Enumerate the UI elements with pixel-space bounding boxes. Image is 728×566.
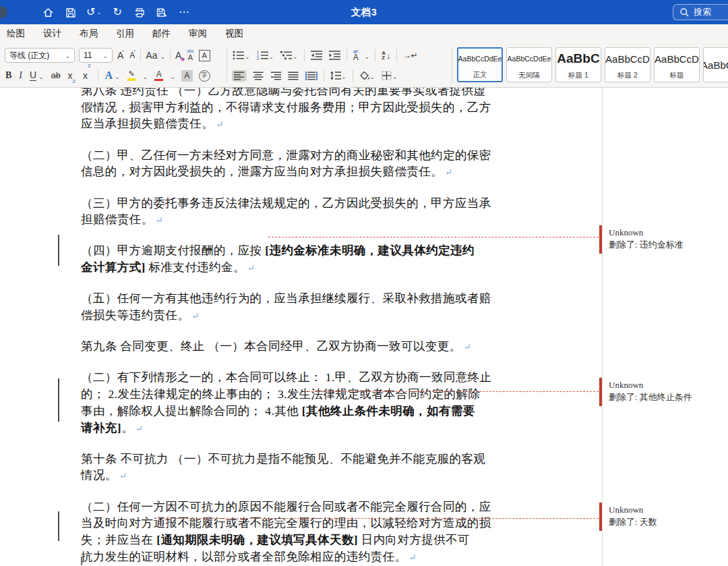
style-card[interactable]: AaBbC标题 1 xyxy=(555,47,601,82)
text-effects-button[interactable]: A xyxy=(104,68,121,83)
paragraph[interactable]: 第十条 不可抗力 （一）不可抗力是指不能预见、不能避免并不能克服的客观情况。↵ xyxy=(81,451,553,485)
decrease-indent-button[interactable] xyxy=(310,48,323,63)
bold-text-run: [其他终止条件未明确，如有需要 xyxy=(302,404,475,418)
revision-entry[interactable]: Unknown删除了: 天数 xyxy=(609,504,727,528)
show-marks-button[interactable]: →↵ xyxy=(402,48,417,63)
paragraph[interactable]: 第八条 违约责任 （一）乙方故意隐瞒与委托合同有关的重要事实或者提供虚假情况，损… xyxy=(81,88,553,134)
numbering-button[interactable]: 123 xyxy=(256,48,275,63)
paragraph-mark-icon: ↵ xyxy=(119,471,127,481)
separator xyxy=(324,69,324,82)
font-size-select[interactable]: 11 xyxy=(79,48,113,63)
multilevel-list-button[interactable] xyxy=(280,48,299,63)
ribbon-tab[interactable]: 设计 xyxy=(43,28,61,40)
ribbon-tab[interactable]: 布局 xyxy=(80,28,98,40)
revision-entry[interactable]: Unknown删除了: 其他终止条件 xyxy=(609,379,727,403)
style-card[interactable]: AaBbCcD标题 xyxy=(654,47,700,82)
clear-formatting-button[interactable]: A◆ xyxy=(175,48,182,63)
chevron-down-icon xyxy=(38,70,44,81)
shading-button[interactable] xyxy=(359,68,376,83)
redo-icon: ↻ xyxy=(113,7,121,18)
justify-button[interactable] xyxy=(287,68,299,83)
style-card-sample: AaBbCcDdEe xyxy=(458,49,502,69)
home-button[interactable] xyxy=(42,5,54,20)
print-button[interactable] xyxy=(133,5,146,20)
font-color-button[interactable]: A xyxy=(154,68,164,83)
undo-icon: ↺ xyxy=(86,7,95,18)
style-card-label: 无间隔 xyxy=(507,69,551,82)
revision-bar xyxy=(599,378,602,406)
ribbon-tab[interactable]: 审阅 xyxy=(189,28,207,40)
character-shading-icon: A xyxy=(184,71,189,80)
change-case-button[interactable]: Aa xyxy=(145,48,166,63)
save-button[interactable] xyxy=(64,5,76,20)
align-left-button[interactable] xyxy=(232,70,247,82)
character-shading-button[interactable]: A xyxy=(181,70,193,82)
decrease-indent-icon xyxy=(311,51,322,60)
align-right-button[interactable] xyxy=(270,68,282,83)
font-color-swatch xyxy=(154,79,163,82)
chevron-down-icon xyxy=(245,50,250,61)
bold-text-run: [通知期限未明确，建议填写具体天数] xyxy=(156,533,358,546)
window-control-button[interactable] xyxy=(0,6,7,18)
paragraph[interactable]: （二）任何一方因不可抗力的原因不能履行合同或者不能完全履行合同的，应当及时向对方… xyxy=(81,499,553,566)
character-border-button[interactable]: A xyxy=(199,50,210,61)
highlight-button[interactable]: ✎ xyxy=(127,68,137,83)
style-card[interactable]: AaBbCcD标题 2 xyxy=(605,47,650,82)
increase-indent-icon xyxy=(329,51,340,60)
bold-button[interactable]: B xyxy=(5,68,12,83)
change-bar xyxy=(58,511,59,541)
strikethrough-icon: ab xyxy=(51,71,61,80)
more-commands-button[interactable]: ⋯ xyxy=(178,5,190,20)
asian-layout-button[interactable]: ⇄ A xyxy=(353,48,359,63)
bullets-button[interactable] xyxy=(232,48,251,63)
undo-button[interactable]: ↺ ⌄ xyxy=(86,5,101,20)
revision-entry[interactable]: Unknown删除了: 违约金标准 xyxy=(609,227,727,251)
strikethrough-button[interactable]: ab xyxy=(51,68,61,83)
increase-indent-button[interactable] xyxy=(328,48,341,63)
style-card-sample: AaBbCcDdEe xyxy=(507,48,551,69)
borders-icon xyxy=(382,71,392,80)
font-name-select[interactable]: 等线 (正文) xyxy=(5,48,75,63)
enclose-characters-button[interactable]: 字 xyxy=(199,70,210,82)
save-as-button[interactable] xyxy=(156,5,168,20)
italic-button[interactable]: I xyxy=(18,68,23,83)
ribbon-tab[interactable]: 视图 xyxy=(225,28,243,40)
text-run: 假情况，损害甲方利益的，不得请求支付服务费用；甲方因此受损失的，乙方 xyxy=(81,101,491,114)
print-icon xyxy=(133,7,146,18)
superscript-button[interactable]: x2 xyxy=(82,68,91,83)
paragraph[interactable]: （四）甲方逾期支付报酬的，应按 [违约金标准未明确，建议具体约定违约金计算方式]… xyxy=(81,242,553,277)
paragraph[interactable]: （二）甲、乙任何一方未经对方同意，泄露对方的商业秘密和其他约定的保密信息的，对方… xyxy=(81,147,553,181)
document-text[interactable]: 第八条 违约责任 （一）乙方故意隐瞒与委托合同有关的重要事实或者提供虚假情况，损… xyxy=(81,88,553,566)
document-page[interactable]: 第八条 违约责任 （一）乙方故意隐瞒与委托合同有关的重要事实或者提供虚假情况，损… xyxy=(0,88,728,566)
borders-button[interactable] xyxy=(381,68,398,83)
paragraph[interactable]: （二）有下列情形之一的，本合同可以终止： 1.甲、乙双方协商一致同意终止的； 2… xyxy=(81,369,553,437)
bold-icon: B xyxy=(5,70,11,81)
change-bar xyxy=(58,235,59,266)
revision-bar xyxy=(599,225,602,254)
style-card[interactable]: AaBbCcDdEe无间隔 xyxy=(506,47,552,82)
paragraph[interactable]: （三）甲方的委托事务违反法律法规规定的，乙方因此受损失的，甲方应当承担赔偿责任。… xyxy=(81,195,553,229)
search-box[interactable]: 搜索 xyxy=(673,4,728,20)
shrink-font-button[interactable]: Aˇ xyxy=(129,48,136,63)
underline-button[interactable]: U xyxy=(29,68,44,83)
separator xyxy=(375,49,375,61)
style-card[interactable]: AaBbCcDdEe正文 xyxy=(457,47,503,82)
sort-button[interactable]: AZ ↓ xyxy=(381,48,391,63)
grow-font-button[interactable]: Aˆ xyxy=(117,48,125,63)
ribbon-tab[interactable]: 绘图 xyxy=(7,28,25,40)
multilevel-list-icon xyxy=(280,51,293,60)
style-card[interactable]: AaBbCcD xyxy=(703,47,728,82)
line-spacing-button[interactable] xyxy=(330,68,347,83)
phonetic-guide-button[interactable]: abc A xyxy=(186,48,194,63)
distributed-button[interactable] xyxy=(305,68,318,83)
paragraph-mark-icon: ↵ xyxy=(463,342,471,352)
change-bar xyxy=(58,378,59,422)
subscript-button[interactable]: x2 xyxy=(67,68,76,83)
paragraph[interactable]: 第九条 合同变更、终止 （一）本合同经甲、乙双方协商一致可以变更。↵ xyxy=(81,338,553,356)
ribbon-tab[interactable]: 引用 xyxy=(116,28,134,40)
paragraph[interactable]: （五）任何一方有其他违约行为的，应当承担继续履行、采取补救措施或者赔偿损失等违约… xyxy=(81,290,553,324)
align-center-button[interactable] xyxy=(252,68,264,83)
redo-button[interactable]: ↻ xyxy=(111,5,123,20)
ribbon-tab[interactable]: 邮件 xyxy=(152,28,171,40)
ellipsis-icon: ⋯ xyxy=(179,7,189,18)
